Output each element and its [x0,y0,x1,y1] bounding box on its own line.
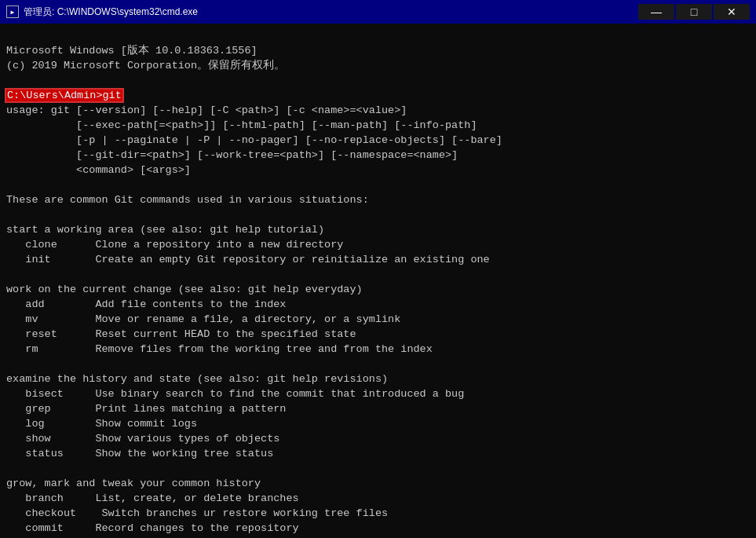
section4-header: grow, mark and tweak your common history [6,478,261,489]
maximize-button[interactable]: □ [676,4,712,20]
cmd-status: status Show the working tree status [6,448,273,459]
cmd-clone: clone Clone a repository into a new dire… [6,239,343,251]
cmd-add: add Add file contents to the index [6,298,286,310]
usage-line1: usage: git [--version] [--help] [-C <pat… [6,104,407,116]
close-button[interactable]: ✕ [714,4,750,20]
section3-header: examine the history and state (see also:… [6,373,388,385]
common-intro: These are common Git commands used in va… [6,194,369,206]
cmd-bisect: bisect Use binary search to find the com… [6,388,464,400]
section1-header: start a working area (see also: git help… [6,224,324,236]
cmd-mv: mv Move or rename a file, a directory, o… [6,313,400,325]
usage-line4: [--git-dir=<path>] [--work-tree=<path>] … [6,149,458,161]
cmd-rm: rm Remove files from the working tree an… [6,343,433,355]
cmd-branch: branch List, create, or delete branches [6,492,299,504]
cmd-reset: reset Reset current HEAD to the specifie… [6,328,356,340]
cmd-init: init Create an empty Git repository or r… [6,254,490,265]
header-line1: Microsoft Windows [版本 10.0.18363.1556] [6,45,257,57]
section2-header: work on the current change (see also: gi… [6,284,363,295]
titlebar-controls: — □ ✕ [638,4,750,20]
usage-line5: <command> [<args>] [6,164,191,176]
titlebar-left: 管理员: C:\WINDOWS\system32\cmd.exe [6,5,198,19]
header-line2: (c) 2019 Microsoft Corporation。保留所有权利。 [6,60,285,71]
cmd-checkout: checkout Switch branches ur restore work… [6,507,388,519]
usage-line2: [--exec-path[=<path>]] [--html-path] [--… [6,119,477,131]
minimize-button[interactable]: — [638,4,674,20]
prompt-input-highlight: C:\Users\Admin>git [6,90,122,101]
cmd-show: show Show various types of objects [6,433,279,445]
cmd-commit: commit Record changes to the repository [6,522,299,534]
prompt-line: C:\Users\Admin>git [6,90,122,101]
console-output: Microsoft Windows [版本 10.0.18363.1556] (… [0,24,756,538]
cmd-window: 管理员: C:\WINDOWS\system32\cmd.exe — □ ✕ M… [0,0,756,538]
titlebar: 管理员: C:\WINDOWS\system32\cmd.exe — □ ✕ [0,0,756,24]
titlebar-title: 管理员: C:\WINDOWS\system32\cmd.exe [24,5,198,19]
usage-line3: [-p | --paginate | -P | --no-pager] [--n… [6,134,502,146]
cmd-grep: grep Print lines matching a pattern [6,403,286,415]
cmd-icon [6,5,19,18]
cmd-log: log Show commit logs [6,418,197,430]
